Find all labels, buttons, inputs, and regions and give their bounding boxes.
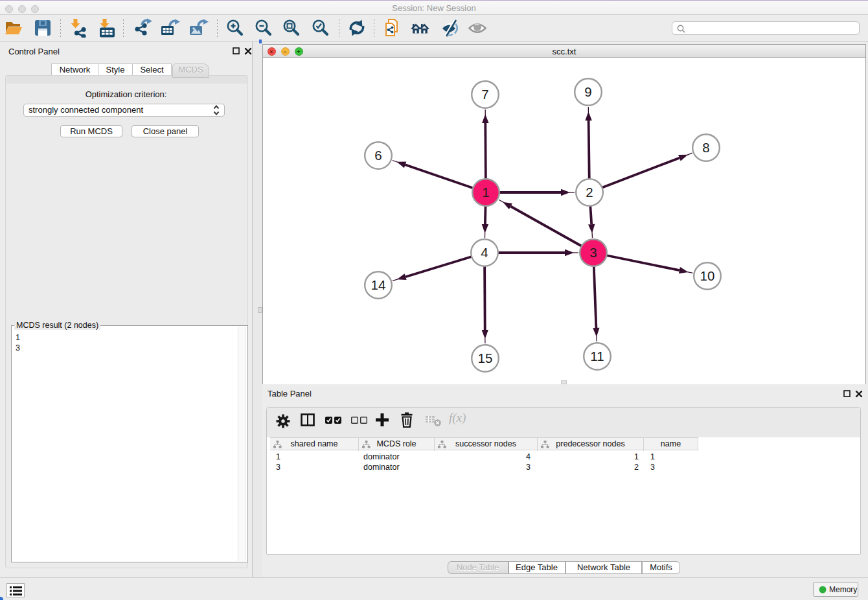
svg-text:4: 4 — [481, 245, 488, 260]
svg-text:15: 15 — [478, 351, 493, 365]
svg-text:14: 14 — [371, 277, 386, 292]
svg-text:9: 9 — [584, 84, 591, 99]
svg-text:7: 7 — [481, 87, 488, 102]
svg-text:6: 6 — [374, 148, 382, 163]
svg-text:8: 8 — [702, 140, 709, 155]
svg-text:2: 2 — [586, 185, 593, 200]
svg-text:3: 3 — [589, 245, 597, 260]
svg-text:11: 11 — [590, 349, 604, 363]
svg-text:10: 10 — [700, 268, 715, 283]
svg-text:1: 1 — [482, 185, 489, 200]
